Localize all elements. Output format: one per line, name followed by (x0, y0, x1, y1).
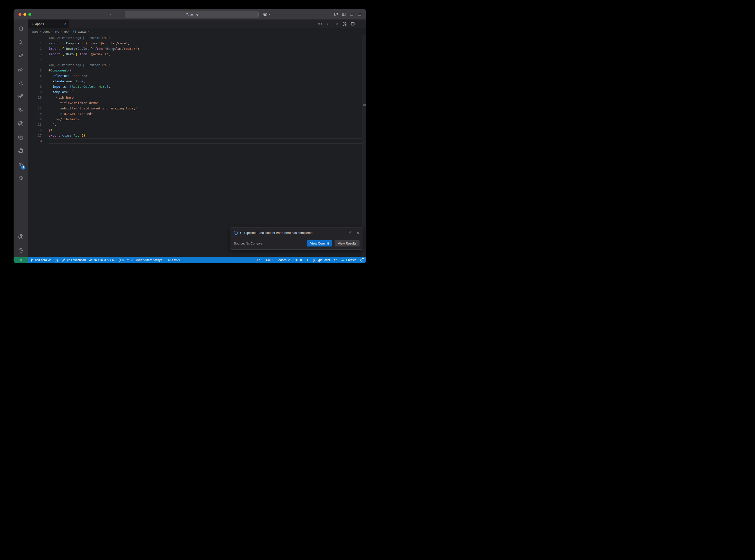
remote-indicator[interactable] (14, 257, 28, 263)
nx-console-icon[interactable]: N> 2 (14, 158, 28, 171)
close-window-button[interactable] (19, 13, 21, 16)
code-line[interactable]: 14 ></lib-hero> (28, 117, 366, 122)
gitlens-inspect-icon[interactable] (14, 117, 28, 131)
statusbar-right: Ln 18, Col 1 Spaces: 2 UTF-8 LF {} TypeS… (257, 258, 366, 262)
code-line[interactable]: 7 standalone: true, (28, 79, 366, 84)
code-line[interactable]: 10 <lib-hero (28, 95, 366, 100)
code-line[interactable]: 6 selector: 'app-root', (28, 73, 366, 79)
code-line[interactable]: 1import { Component } from '@angular/cor… (28, 41, 366, 46)
code-editor[interactable]: You, 26 minutes ago | 1 author (You)1imp… (28, 35, 366, 257)
tab-label: app.ts (35, 22, 44, 26)
code-text: subtitle="Build something amazing today" (48, 106, 366, 111)
notification-dot (362, 258, 364, 259)
project-graph-icon[interactable] (14, 103, 28, 117)
breadcrumb-item[interactable]: src (55, 30, 59, 33)
breadcrumb-item[interactable]: app (63, 30, 68, 33)
tab-bar: TS app.ts × (28, 19, 366, 28)
split-editor-icon[interactable] (351, 22, 355, 26)
code-line[interactable]: 4 (28, 57, 366, 62)
code-line[interactable]: 2import { RouterOutlet } from '@angular/… (28, 46, 366, 52)
testing-icon[interactable] (14, 76, 28, 90)
nx-cloud-fix-label: Nx Cloud AI Fix (94, 258, 114, 262)
code-line[interactable]: 5@Component({ (28, 68, 366, 73)
line-number: 15 (28, 122, 42, 127)
breadcrumb-item[interactable]: ... (91, 30, 93, 33)
copilot-status-icon[interactable] (334, 258, 338, 262)
toggle-sidebar-left-icon[interactable] (342, 12, 346, 17)
code-line[interactable]: 16}) (28, 127, 366, 133)
code-line[interactable]: 18 (28, 138, 366, 144)
code-text: ></lib-hero> (48, 117, 366, 122)
command-center-search[interactable]: acme (125, 11, 259, 18)
toggle-sidebar-right-icon[interactable] (358, 12, 362, 17)
titlebar: ← → acme (14, 9, 366, 19)
formatter-item[interactable]: Prettier (341, 258, 356, 262)
more-actions-icon[interactable] (359, 22, 363, 26)
previous-change-icon[interactable] (318, 22, 322, 26)
eol-item[interactable]: LF (305, 258, 309, 262)
containers-icon[interactable] (14, 171, 28, 185)
notification-settings-gear-icon[interactable] (349, 231, 353, 235)
tab-close-icon[interactable]: × (64, 22, 66, 26)
language-mode-item[interactable]: {} TypeScript (313, 258, 330, 262)
editor-area: TS app.ts × apps › (28, 19, 366, 257)
vim-mode-item[interactable]: -- NORMAL -- (165, 258, 184, 262)
info-icon (234, 231, 238, 235)
nav-forward-icon[interactable]: → (117, 12, 121, 16)
cursor-position-item[interactable]: Ln 18, Col 1 (257, 258, 273, 262)
overview-ruler-mark (363, 104, 366, 105)
copilot-menu[interactable] (263, 12, 271, 17)
nx-cloud-fix-item[interactable]: Nx Cloud AI Fix (89, 258, 114, 262)
encoding-item[interactable]: UTF-8 (293, 258, 302, 262)
line-number: 6 (28, 73, 42, 79)
breadcrumb-item[interactable]: app.ts (78, 30, 86, 33)
status-bar: add-hero Launchpad Nx Cloud AI Fix (14, 257, 366, 263)
warnings-icon (126, 258, 130, 262)
line-number: 8 (28, 84, 42, 89)
problems-item[interactable]: 0 0 (118, 258, 133, 262)
breadcrumb-item[interactable]: demo (43, 30, 50, 33)
code-line[interactable]: 13 cta="Get Started" (28, 111, 366, 117)
search-view-icon[interactable] (14, 36, 28, 49)
gitlens-graph-icon[interactable] (342, 22, 347, 26)
git-branch-item[interactable]: add-hero (30, 258, 52, 262)
code-line[interactable]: 3import { Hero } from '@acme/ui'; (28, 52, 366, 57)
blame-annotation: You, 26 minutes ago | 1 author (You) (28, 62, 366, 68)
minimize-window-button[interactable] (23, 13, 26, 16)
overview-ruler[interactable] (362, 35, 366, 257)
extensions-icon[interactable] (14, 90, 28, 103)
auto-attach-item[interactable]: Auto Attach: Always (136, 258, 162, 262)
accounts-icon[interactable] (14, 230, 28, 243)
vscode-window: ← → acme (14, 9, 366, 263)
titlebar-center: ← → acme (109, 9, 271, 19)
tab-app-ts[interactable]: TS app.ts × (28, 19, 69, 28)
indentation-item[interactable]: Spaces: 2 (277, 258, 290, 262)
code-line[interactable]: 15 `, (28, 122, 366, 127)
explorer-icon[interactable] (14, 22, 28, 36)
code-line[interactable]: 9 template: ` (28, 89, 366, 95)
git-compare-item[interactable] (55, 258, 58, 262)
gitlens-search-commits-icon[interactable] (14, 131, 28, 144)
next-change-icon[interactable] (334, 22, 339, 26)
nav-back-icon[interactable]: ← (109, 12, 113, 16)
source-control-icon[interactable] (14, 49, 28, 63)
screen: ← → acme (0, 0, 378, 280)
launchpad-item[interactable]: Launchpad (62, 258, 85, 262)
edge-tools-icon[interactable] (14, 144, 28, 158)
zoom-window-button[interactable] (28, 13, 31, 16)
code-text: template: ` (48, 89, 366, 95)
code-line[interactable]: 17export class App {} (28, 133, 366, 138)
code-line[interactable]: 8 imports: [RouterOutlet, Hero], (28, 84, 366, 89)
toggle-panel-icon[interactable] (350, 12, 354, 17)
notifications-bell[interactable] (359, 258, 363, 262)
close-icon[interactable] (356, 231, 359, 234)
view-results-button[interactable]: View Results (335, 240, 359, 246)
run-debug-icon[interactable] (14, 63, 28, 76)
view-commit-button[interactable]: View Commit (307, 240, 332, 246)
breadcrumb-item[interactable]: apps (32, 30, 38, 33)
changes-icon[interactable] (326, 22, 331, 26)
code-line[interactable]: 11 title="Welcmoe demo" (28, 100, 366, 106)
code-line[interactable]: 12 subtitle="Build something amazing tod… (28, 106, 366, 111)
settings-gear-icon[interactable] (14, 243, 28, 257)
customize-layout-icon[interactable] (334, 12, 338, 17)
